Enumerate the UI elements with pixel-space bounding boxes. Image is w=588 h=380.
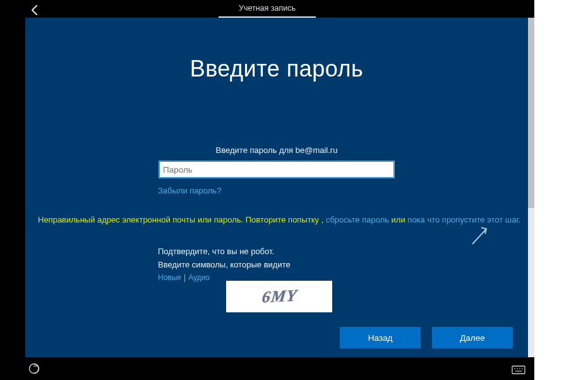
ease-of-access-icon[interactable] <box>28 362 40 375</box>
captcha-audio-link[interactable]: Аудио <box>188 273 210 282</box>
error-sep: , <box>319 215 326 224</box>
password-input[interactable] <box>159 161 395 178</box>
captcha-image: 6MY <box>226 281 332 312</box>
keyboard-icon[interactable] <box>512 365 525 375</box>
reset-password-link[interactable]: сбросьте пароль <box>326 215 389 224</box>
scrollbar[interactable] <box>528 18 534 357</box>
next-button[interactable]: Далее <box>432 327 513 348</box>
captcha-link-sep: | <box>184 273 186 282</box>
captcha-confirm-label: Подтвердите, что вы не робот. <box>158 247 503 256</box>
bottom-bar <box>0 357 534 380</box>
captcha-new-link[interactable]: Новые <box>158 273 181 282</box>
annotation-arrow-icon <box>467 224 493 249</box>
back-button[interactable]: Назад <box>340 327 421 348</box>
password-instruction: Введите пароль для be@mail.ru <box>25 145 528 155</box>
svg-rect-3 <box>512 366 525 374</box>
scrollbar-thumb[interactable] <box>528 18 534 208</box>
error-message: Неправильный адрес электронной почты или… <box>38 215 520 224</box>
svg-line-0 <box>472 229 486 244</box>
forgot-password-link[interactable]: Забыли пароль? <box>158 186 221 195</box>
error-sep2: или <box>389 215 407 224</box>
captcha-section: Подтвердите, что вы не робот. Введите си… <box>158 247 503 282</box>
oobe-window: Учетная запись Введите пароль Введите па… <box>0 0 534 380</box>
back-icon[interactable] <box>28 3 43 18</box>
error-text: Неправильный адрес электронной почты или… <box>38 215 319 224</box>
setup-panel: Введите пароль Введите пароль для be@mai… <box>25 18 528 357</box>
page-title: Введите пароль <box>25 56 528 82</box>
tab-account[interactable]: Учетная запись <box>239 4 296 16</box>
captcha-text: 6MY <box>260 286 297 307</box>
top-bar: Учетная запись <box>0 0 534 18</box>
skip-step-link[interactable]: пока что пропустите этот шаг. <box>407 215 520 224</box>
captcha-enter-label: Введите символы, которые видите <box>158 260 503 269</box>
